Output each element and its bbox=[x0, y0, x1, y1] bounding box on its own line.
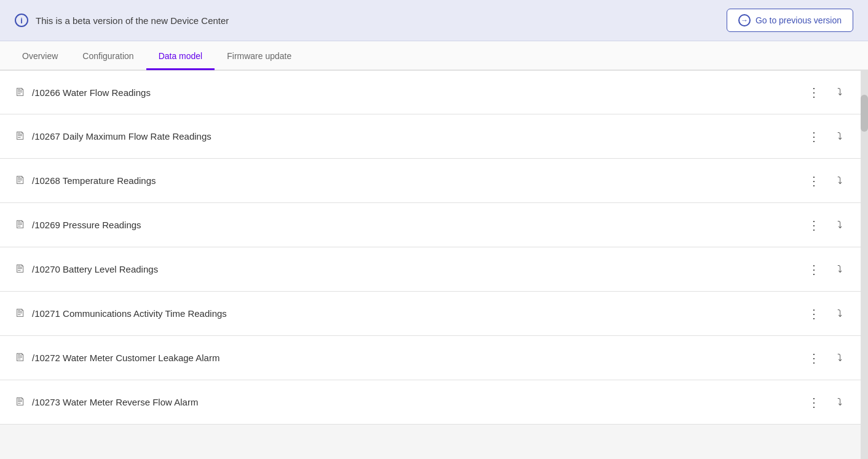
chevron-down-icon[interactable]: ⤵ bbox=[834, 306, 846, 322]
list-item: 🖹 /10266 Water Flow Readings ⋮ ⤵ bbox=[0, 70, 861, 114]
more-vert-icon[interactable]: ⋮ bbox=[804, 304, 824, 324]
tab-configuration[interactable]: Configuration bbox=[70, 41, 146, 70]
document-icon: 🖹 bbox=[15, 307, 26, 320]
item-left-10270: 🖹 /10270 Battery Level Readings bbox=[15, 263, 158, 276]
tab-data-model[interactable]: Data model bbox=[146, 41, 215, 70]
more-vert-icon[interactable]: ⋮ bbox=[804, 393, 824, 412]
item-right-10272: ⋮ ⤵ bbox=[804, 348, 846, 368]
item-left-10266: 🖹 /10266 Water Flow Readings bbox=[15, 86, 151, 99]
circle-arrow-icon: → bbox=[738, 14, 751, 26]
item-left-10271: 🖹 /10271 Communications Activity Time Re… bbox=[15, 307, 227, 320]
document-icon: 🖹 bbox=[15, 130, 26, 143]
item-label-10271: /10271 Communications Activity Time Read… bbox=[32, 308, 227, 319]
chevron-down-icon[interactable]: ⤵ bbox=[834, 261, 846, 277]
item-right-10269: ⋮ ⤵ bbox=[804, 215, 846, 235]
item-left-10269: 🖹 /10269 Pressure Readings bbox=[15, 218, 141, 231]
item-label-10273: /10273 Water Meter Reverse Flow Alarm bbox=[32, 397, 198, 407]
item-right-10273: ⋮ ⤵ bbox=[804, 393, 846, 412]
list-item: 🖹 /10271 Communications Activity Time Re… bbox=[0, 292, 861, 336]
beta-banner: i This is a beta version of the new Devi… bbox=[0, 0, 868, 41]
data-model-list: 🖹 /10266 Water Flow Readings ⋮ ⤵ 🖹 /1026… bbox=[0, 70, 861, 425]
chevron-down-icon[interactable]: ⤵ bbox=[834, 350, 846, 366]
list-item: 🖹 /10270 Battery Level Readings ⋮ ⤵ bbox=[0, 247, 861, 292]
document-icon: 🖹 bbox=[15, 396, 26, 409]
list-item: 🖹 /10272 Water Meter Customer Leakage Al… bbox=[0, 336, 861, 380]
chevron-down-icon[interactable]: ⤵ bbox=[834, 84, 846, 100]
list-item: 🖹 /10267 Daily Maximum Flow Rate Reading… bbox=[0, 114, 861, 159]
data-model-list-container: 🖹 /10266 Water Flow Readings ⋮ ⤵ 🖹 /1026… bbox=[0, 70, 861, 459]
item-right-10266: ⋮ ⤵ bbox=[804, 82, 846, 102]
tabs-bar: Overview Configuration Data model Firmwa… bbox=[0, 41, 868, 70]
item-left-10268: 🖹 /10268 Temperature Readings bbox=[15, 174, 156, 187]
more-vert-icon[interactable]: ⋮ bbox=[804, 215, 824, 235]
goto-prev-label: Go to previous version bbox=[756, 15, 842, 25]
scrollbar-thumb[interactable] bbox=[861, 95, 868, 132]
info-icon: i bbox=[15, 14, 28, 27]
item-right-10268: ⋮ ⤵ bbox=[804, 171, 846, 191]
item-label-10269: /10269 Pressure Readings bbox=[32, 220, 141, 230]
item-label-10266: /10266 Water Flow Readings bbox=[32, 87, 151, 98]
item-label-10270: /10270 Battery Level Readings bbox=[32, 264, 158, 274]
chevron-down-icon[interactable]: ⤵ bbox=[834, 394, 846, 410]
beta-message-container: i This is a beta version of the new Devi… bbox=[15, 14, 229, 27]
list-item: 🖹 /10273 Water Meter Reverse Flow Alarm … bbox=[0, 380, 861, 425]
item-label-10272: /10272 Water Meter Customer Leakage Alar… bbox=[32, 353, 219, 363]
more-vert-icon[interactable]: ⋮ bbox=[804, 260, 824, 279]
document-icon: 🖹 bbox=[15, 351, 26, 364]
item-right-10271: ⋮ ⤵ bbox=[804, 304, 846, 324]
item-right-10270: ⋮ ⤵ bbox=[804, 260, 846, 279]
more-vert-icon[interactable]: ⋮ bbox=[804, 82, 824, 102]
beta-message-text: This is a beta version of the new Device… bbox=[36, 15, 229, 26]
tab-overview[interactable]: Overview bbox=[10, 41, 70, 70]
scrollbar-track[interactable] bbox=[861, 70, 868, 459]
item-right-10267: ⋮ ⤵ bbox=[804, 127, 846, 146]
chevron-down-icon[interactable]: ⤵ bbox=[834, 129, 846, 145]
item-left-10273: 🖹 /10273 Water Meter Reverse Flow Alarm bbox=[15, 396, 198, 409]
item-left-10267: 🖹 /10267 Daily Maximum Flow Rate Reading… bbox=[15, 130, 211, 143]
document-icon: 🖹 bbox=[15, 174, 26, 187]
item-label-10268: /10268 Temperature Readings bbox=[32, 175, 156, 186]
document-icon: 🖹 bbox=[15, 263, 26, 276]
document-icon: 🖹 bbox=[15, 218, 26, 231]
more-vert-icon[interactable]: ⋮ bbox=[804, 348, 824, 368]
more-vert-icon[interactable]: ⋮ bbox=[804, 171, 824, 191]
page-wrapper: 🖹 /10266 Water Flow Readings ⋮ ⤵ 🖹 /1026… bbox=[0, 70, 868, 459]
tab-firmware-update[interactable]: Firmware update bbox=[215, 41, 304, 70]
item-left-10272: 🖹 /10272 Water Meter Customer Leakage Al… bbox=[15, 351, 219, 364]
document-icon: 🖹 bbox=[15, 86, 26, 99]
list-item: 🖹 /10268 Temperature Readings ⋮ ⤵ bbox=[0, 159, 861, 203]
goto-previous-version-button[interactable]: → Go to previous version bbox=[727, 9, 853, 32]
chevron-down-icon[interactable]: ⤵ bbox=[834, 173, 846, 189]
list-item: 🖹 /10269 Pressure Readings ⋮ ⤵ bbox=[0, 203, 861, 247]
chevron-down-icon[interactable]: ⤵ bbox=[834, 217, 846, 233]
item-label-10267: /10267 Daily Maximum Flow Rate Readings bbox=[32, 131, 211, 142]
more-vert-icon[interactable]: ⋮ bbox=[804, 127, 824, 146]
